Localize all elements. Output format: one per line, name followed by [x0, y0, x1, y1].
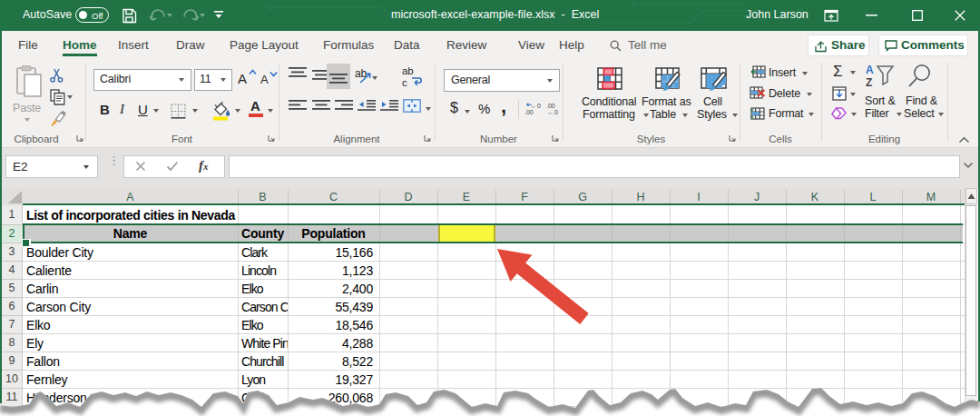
svg-text:A: A	[866, 64, 874, 76]
svg-text:Z: Z	[866, 76, 872, 87]
svg-text:.00: .00	[546, 103, 555, 109]
svg-text:.00: .00	[524, 109, 534, 115]
svg-text:←0: ←0	[531, 103, 541, 109]
svg-text:→.0: →.0	[546, 109, 558, 115]
